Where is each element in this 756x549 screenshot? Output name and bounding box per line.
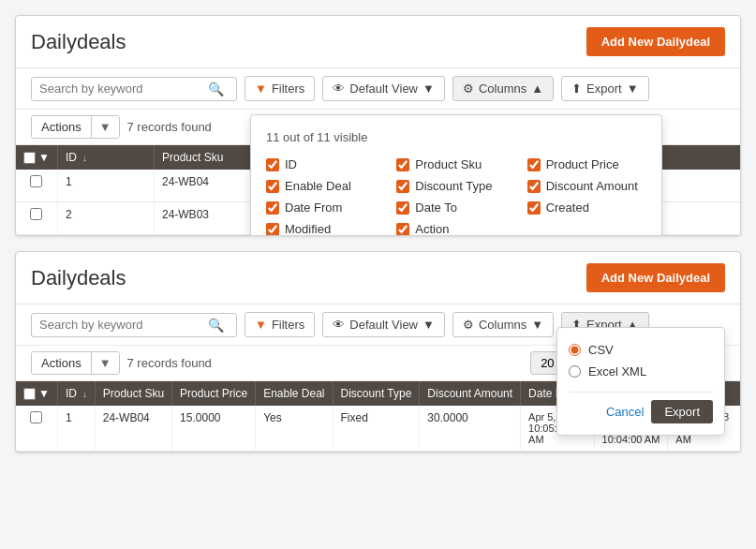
col-checkbox-price[interactable] [527,158,541,171]
toolbar: 🔍 ▼ Filters 👁 Default View ▼ ⚙ Columns ▲… [16,68,740,110]
search-input[interactable] [39,82,208,96]
export-dropdown-footer: Cancel Export [569,392,713,423]
add-new-button-2[interactable]: Add New Dailydeal [586,263,725,292]
actions-dropdown-arrow[interactable]: ▼ [91,116,119,138]
col-check-created[interactable]: Created [527,200,646,215]
chevron-up-icon: ▲ [531,82,543,96]
export-csv-option[interactable]: CSV [569,339,713,361]
default-view-button[interactable]: 👁 Default View ▼ [322,76,445,101]
card1-title: Dailydeals [31,30,126,54]
col-check-damount[interactable]: Discount Amount [527,179,646,193]
card2-header: Dailydeals Add New Dailydeal [16,252,740,304]
td2-enable: Yes [256,406,333,452]
col-label-id: ID [285,157,297,171]
col-label-datefrom: Date From [285,200,342,215]
col-checkbox-damount[interactable] [527,180,541,193]
default-view-button-2[interactable]: 👁 Default View ▼ [322,312,445,337]
col-checkbox-created[interactable] [527,201,541,215]
export-excel-radio[interactable] [569,365,581,378]
col-label-price: Product Price [546,157,619,171]
col-check-price[interactable]: Product Price [527,157,646,171]
td2-id: 1 [57,406,95,452]
th2-price: Product Price [172,381,256,406]
gear-icon-2: ⚙ [463,318,474,332]
search-icon-button-2[interactable]: 🔍 [208,318,224,333]
col-check-action[interactable]: Action [396,222,515,236]
chevron-down-icon: ▼ [422,82,435,96]
filter-icon-2: ▼ [255,318,267,332]
export-excel-label: Excel XML [588,364,646,378]
col-label-modified: Modified [285,222,331,236]
row-checkbox[interactable] [30,175,42,187]
col-check-sku[interactable]: Product Sku [396,157,515,171]
td2-damount: 30.0000 [420,406,521,452]
filters-button-2[interactable]: ▼ Filters [245,312,315,337]
td2-sku: 24-WB04 [95,406,171,452]
actions-select-wrap-2: Actions ▼ [31,351,120,375]
col-check-datefrom[interactable]: Date From [266,200,385,215]
col-label-sku: Product Sku [415,157,482,171]
chevron-down-icon-4: ▼ [531,318,543,332]
chevron-down-icon2: ▼ [627,82,639,96]
export-csv-radio[interactable] [569,344,581,356]
col-check-enable[interactable]: Enable Deal [266,179,385,193]
col-checkbox-datefrom[interactable] [266,201,279,215]
th-id: ID ↓ [57,145,154,170]
th2-sku: Product Sku [95,381,171,406]
search-icon-button[interactable]: 🔍 [208,82,224,96]
td-id: 1 [57,170,154,202]
gear-icon: ⚙ [463,82,474,96]
col-checkbox-sku[interactable] [396,158,409,171]
td-id: 2 [57,202,154,235]
columns-label-2: Columns [479,318,526,332]
th2-checkbox: ▼ [16,381,57,406]
col-checkbox-id[interactable] [266,158,279,171]
export-confirm-button[interactable]: Export [651,400,713,423]
col-checkbox-dtype[interactable] [396,180,409,193]
row-checkbox[interactable] [30,208,42,220]
select-all-checkbox[interactable] [23,152,36,164]
actions-label: Actions [32,116,91,138]
actions-select-wrap: Actions ▼ [31,115,120,139]
eye-icon-2: 👁 [333,318,345,332]
export-icon: ⬆ [571,82,582,96]
filters-label: Filters [272,82,304,96]
search-input-2[interactable] [39,318,208,332]
th-checkbox: ▼ [16,145,57,170]
export-excel-option[interactable]: Excel XML [569,361,713,382]
search-box-2: 🔍 [31,313,237,337]
columns-button-2[interactable]: ⚙ Columns ▼ [452,312,554,337]
actions-dropdown-arrow-2[interactable]: ▼ [91,352,119,374]
th2-dtype: Discount Type [333,381,420,406]
col-checkbox-enable[interactable] [266,180,279,193]
col-checkbox-modified[interactable] [266,223,279,236]
search-box: 🔍 [31,77,237,101]
col-check-modified[interactable]: Modified [266,222,385,236]
col-check-dateto[interactable]: Date To [396,200,515,215]
col-label-created: Created [546,200,589,215]
add-new-button[interactable]: Add New Dailydeal [586,27,725,56]
row2-checkbox[interactable] [30,411,42,423]
export-cancel-button[interactable]: Cancel [606,400,644,423]
td-checkbox [16,170,57,202]
actions-label-2: Actions [32,352,91,374]
columns-button[interactable]: ⚙ Columns ▲ [452,76,554,101]
select-all-checkbox-2[interactable] [23,388,36,400]
col-label-damount: Discount Amount [546,179,638,193]
col-checkbox-action[interactable] [396,223,409,236]
filters-button[interactable]: ▼ Filters [245,76,315,101]
columns-panel: 11 out of 11 visible ID Product Sku Prod… [250,114,662,236]
default-view-label: Default View [349,82,418,96]
default-view-label-2: Default View [349,318,418,332]
col-check-id[interactable]: ID [266,157,385,171]
columns-grid: ID Product Sku Product Price Enable Deal [266,157,646,236]
td2-checkbox [16,406,57,452]
export-dropdown: CSV Excel XML Cancel Export [556,327,725,436]
export-button[interactable]: ⬆ Export ▼ [561,76,648,101]
col-label-dateto: Date To [415,200,457,215]
sort-icon: ▼ [38,151,50,164]
col-check-dtype[interactable]: Discount Type [396,179,515,193]
card1-header: Dailydeals Add New Dailydeal [16,16,740,68]
sort-icon-2: ▼ [38,387,50,400]
col-checkbox-dateto[interactable] [396,201,409,215]
